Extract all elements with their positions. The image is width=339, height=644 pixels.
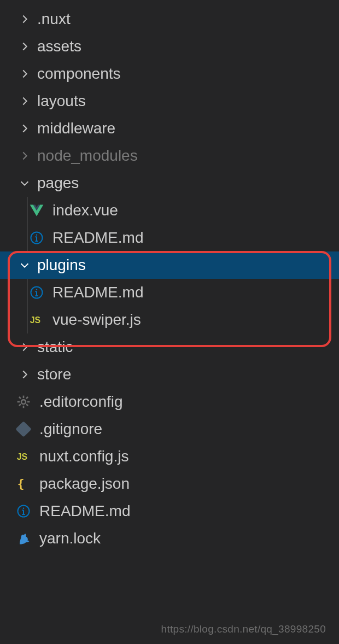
yarn-icon [15,530,32,547]
folder-label: .nuxt [37,10,71,28]
file-editorconfig[interactable]: .editorconfig [0,388,339,415]
file-label: README.md [52,229,143,247]
indent-guide [27,306,28,333]
folder-static[interactable]: static [0,333,339,361]
svg-rect-17 [19,396,21,399]
chevron-right-icon [17,367,32,382]
file-label: vue-swiper.js [52,311,141,329]
watermark: https://blog.csdn.net/qq_38998250 [161,623,326,635]
info-icon [15,503,32,519]
folder-assets[interactable]: assets [0,33,339,60]
folder-plugins[interactable]: plugins [0,251,339,279]
chevron-right-icon [17,39,32,54]
svg-rect-20 [19,403,21,406]
file-label: .gitignore [39,420,102,438]
svg-rect-19 [26,396,28,399]
js-icon: JS [28,312,45,328]
folder-label: assets [37,38,81,55]
info-icon [28,230,45,246]
folder-node-modules[interactable]: node_modules [0,142,339,169]
file-readme-root[interactable]: README.md [0,497,339,525]
file-index-vue[interactable]: index.vue [0,197,339,224]
folder-middleware[interactable]: middleware [0,115,339,142]
svg-text:{ }: { } [17,477,31,490]
file-label: README.md [39,502,130,520]
file-label: package.json [39,475,130,493]
file-label: README.md [52,284,143,301]
folder-nuxt[interactable]: .nuxt [0,5,339,33]
svg-point-8 [36,289,37,290]
folder-label: node_modules [37,147,138,165]
indent-guide [27,279,28,306]
file-explorer-tree: .nuxt assets components layouts middlewa… [0,0,339,552]
file-readme-pages[interactable]: README.md [0,224,339,251]
svg-rect-15 [17,401,20,403]
folder-layouts[interactable]: layouts [0,87,339,115]
svg-point-25 [23,508,24,509]
file-label: yarn.lock [39,530,101,547]
git-icon [15,421,32,437]
svg-rect-18 [26,403,28,406]
folder-pages[interactable]: pages [0,169,339,197]
folder-label: pages [37,174,79,192]
svg-text:JS: JS [30,315,40,325]
info-icon [28,284,45,301]
file-label: nuxt.config.js [39,448,128,465]
chevron-down-icon [17,176,32,190]
folder-label: store [37,366,71,383]
folder-store[interactable]: store [0,361,339,388]
chevron-right-icon [17,149,32,163]
vue-icon [28,202,45,219]
folder-label: components [37,65,121,83]
svg-rect-13 [23,396,25,398]
svg-rect-16 [27,401,30,403]
chevron-right-icon [17,340,32,354]
file-label: .editorconfig [39,393,123,411]
indent-guide [27,197,28,224]
file-label: index.vue [52,202,118,219]
indent-guide [27,224,28,251]
svg-point-3 [36,235,37,236]
json-icon: { } [15,476,32,492]
gear-icon [15,394,32,410]
file-yarn-lock[interactable]: yarn.lock [0,525,339,552]
svg-rect-14 [23,406,25,408]
chevron-right-icon [17,67,32,81]
chevron-right-icon [17,94,32,108]
chevron-down-icon [17,258,32,272]
file-gitignore[interactable]: .gitignore [0,415,339,443]
folder-label: middleware [37,120,115,137]
file-nuxt-config[interactable]: JS nuxt.config.js [0,443,339,470]
svg-rect-21 [16,421,31,437]
folder-components[interactable]: components [0,60,339,87]
file-readme-plugins[interactable]: README.md [0,279,339,306]
js-icon: JS [15,448,32,465]
file-vue-swiper[interactable]: JS vue-swiper.js [0,306,339,333]
file-package-json[interactable]: { } package.json [0,470,339,497]
folder-label: layouts [37,92,86,110]
folder-label: plugins [37,256,86,274]
svg-text:JS: JS [17,452,27,461]
chevron-right-icon [17,121,32,136]
folder-label: static [37,338,73,356]
chevron-right-icon [17,12,32,26]
